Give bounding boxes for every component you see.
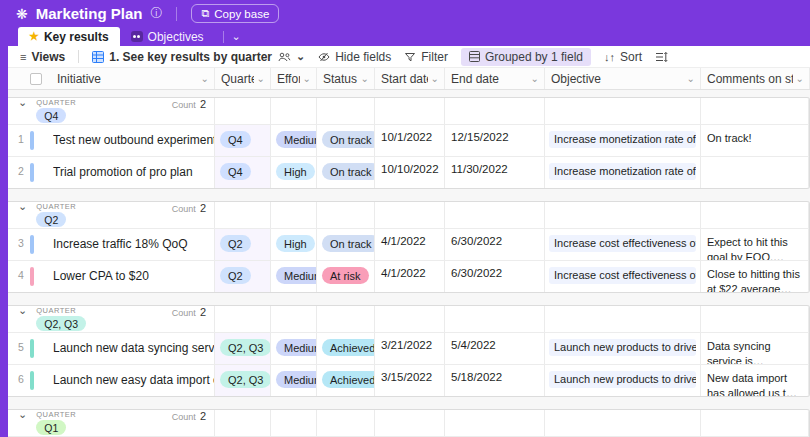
row-number[interactable]: 3 — [12, 235, 30, 249]
quarter-cell[interactable]: Q4 — [215, 125, 271, 156]
end-date-cell[interactable]: 11/30/2022 — [445, 157, 545, 188]
status-cell[interactable]: Achieved — [317, 333, 375, 364]
chevron-down-icon[interactable]: ⌄ — [531, 73, 539, 84]
objective-cell[interactable]: Increase cost effectiveness of paid mark… — [545, 229, 701, 260]
objective-linked-record[interactable]: Increase cost effectiveness of paid mark… — [549, 267, 696, 284]
initiative-cell[interactable]: 5Launch new data syncing service — [8, 333, 215, 364]
quarter-cell[interactable]: Q2 — [215, 229, 271, 260]
quarter-cell[interactable]: Q2, Q3 — [215, 333, 271, 364]
copy-base-button[interactable]: ⧉ Copy base — [191, 4, 279, 23]
group-button[interactable]: Grouped by 1 field — [461, 48, 591, 66]
end-date-cell[interactable]: 5/18/2022 — [445, 365, 545, 396]
objective-linked-record[interactable]: Increase monetization rate of new users … — [549, 131, 696, 148]
start-date-cell[interactable]: 10/10/2022 — [375, 157, 445, 188]
star-icon: ★ — [29, 30, 39, 43]
start-date-cell[interactable]: 4/1/2022 — [375, 261, 445, 292]
info-icon[interactable]: ⓘ — [150, 5, 162, 22]
status-cell[interactable]: Achieved — [317, 365, 375, 396]
start-date-cell[interactable]: 3/15/2022 — [375, 365, 445, 396]
status-cell[interactable]: At risk — [317, 261, 375, 292]
start-date-cell[interactable]: 4/1/2022 — [375, 229, 445, 260]
group-collapse-chevron-icon[interactable]: ⌄ — [18, 202, 27, 213]
column-header-comments-on-status[interactable]: Comments on status⌄ — [701, 68, 810, 89]
objective-cell[interactable]: Increase monetization rate of new users … — [545, 125, 701, 156]
group-header-cell[interactable]: ⌄QUARTERQ2, Q3Count2 — [8, 306, 215, 332]
quarter-cell[interactable]: Q4 — [215, 157, 271, 188]
base-icon[interactable]: ❋ — [16, 7, 28, 21]
effort-cell[interactable]: Medium — [271, 125, 317, 156]
effort-cell[interactable]: High — [271, 157, 317, 188]
quarter-cell[interactable]: Q2, Q3 — [215, 365, 271, 396]
tab-key-results[interactable]: ★ Key results — [18, 27, 120, 46]
comments-cell[interactable] — [701, 157, 809, 188]
row-height-button[interactable] — [655, 51, 668, 63]
effort-cell[interactable]: Medium — [271, 333, 317, 364]
objective-linked-record[interactable]: Increase cost effectiveness of paid mark… — [549, 235, 696, 252]
row-number[interactable]: 5 — [12, 339, 30, 353]
column-header-objective[interactable]: Objective⌄ — [545, 68, 701, 89]
group-collapse-chevron-icon[interactable]: ⌄ — [18, 410, 27, 421]
initiative-cell[interactable]: 6Launch new easy data import on mobile — [8, 365, 215, 396]
chevron-down-icon[interactable]: ⌄ — [257, 73, 265, 84]
status-cell[interactable]: On track — [317, 125, 375, 156]
group-header-cell[interactable]: ⌄QUARTERQ2Count2 — [8, 202, 215, 228]
comments-cell[interactable]: Expect to hit this goal by EOQ, currentl… — [701, 229, 809, 260]
end-date-cell[interactable]: 6/30/2022 — [445, 229, 545, 260]
chevron-down-icon[interactable]: ⌄ — [303, 73, 311, 84]
chevron-down-icon[interactable]: ⌄ — [431, 73, 439, 84]
comments-cell[interactable]: On track! — [701, 125, 809, 156]
initiative-cell[interactable]: 4Lower CPA to $20 — [8, 261, 215, 292]
chevron-down-icon[interactable]: ⌄ — [361, 73, 369, 84]
effort-cell[interactable]: Medium — [271, 365, 317, 396]
row-number[interactable]: 4 — [12, 267, 30, 281]
column-header-initiative[interactable]: Initiative⌄ — [8, 68, 215, 89]
column-header-status[interactable]: Status⌄ — [317, 68, 375, 89]
column-header-start-date[interactable]: Start date⌄ — [375, 68, 445, 89]
comments-cell[interactable]: Close to hitting this at $22 average CPA… — [701, 261, 809, 292]
column-header-effort[interactable]: Effort⌄ — [271, 68, 317, 89]
comments-cell[interactable]: Data syncing service is attributing a 13… — [701, 333, 809, 364]
objective-cell[interactable]: Increase cost effectiveness of paid mark… — [545, 261, 701, 292]
objective-linked-record[interactable]: Increase monetization rate of new users … — [549, 163, 696, 180]
chevron-down-icon[interactable]: ⌄ — [796, 73, 804, 84]
objective-linked-record[interactable]: Launch new products to drive increase in… — [549, 371, 696, 388]
row-number[interactable]: 6 — [12, 371, 30, 385]
end-date-cell[interactable]: 6/30/2022 — [445, 261, 545, 292]
row-number[interactable]: 1 — [12, 131, 30, 145]
objective-cell[interactable]: Increase monetization rate of new users … — [545, 157, 701, 188]
end-date-cell[interactable]: 5/4/2022 — [445, 333, 545, 364]
quarter-cell[interactable]: Q2 — [215, 261, 271, 292]
group-collapse-chevron-icon[interactable]: ⌄ — [18, 98, 27, 109]
group-header-cell[interactable]: ⌄QUARTERQ1Count2 — [8, 410, 215, 436]
column-header-quarter[interactable]: Quarter⌄ — [215, 68, 271, 89]
status-cell[interactable]: On track — [317, 229, 375, 260]
views-button[interactable]: ≡ Views — [20, 50, 65, 64]
group-collapse-chevron-icon[interactable]: ⌄ — [18, 306, 27, 317]
column-header-end-date[interactable]: End date⌄ — [445, 68, 545, 89]
chevron-down-icon[interactable]: ⌄ — [687, 73, 695, 84]
initiative-cell[interactable]: 2Trial promotion of pro plan — [8, 157, 215, 188]
start-date-cell[interactable]: 3/21/2022 — [375, 333, 445, 364]
initiative-cell[interactable]: 3Increase traffic 18% QoQ — [8, 229, 215, 260]
tab-objectives[interactable]: Objectives — [120, 27, 215, 46]
group-count-label: Count — [172, 308, 196, 318]
hide-fields-button[interactable]: Hide fields — [318, 50, 391, 64]
end-date-cell[interactable]: 12/15/2022 — [445, 125, 545, 156]
view-switcher-button[interactable]: 1. See key results by quarter ⌄ — [92, 50, 305, 64]
status-cell[interactable]: On track — [317, 157, 375, 188]
filter-button[interactable]: Filter — [404, 50, 448, 64]
tabs-chevron-down-icon[interactable]: ⌄ — [232, 30, 241, 43]
objective-cell[interactable]: Launch new products to drive increase in… — [545, 333, 701, 364]
start-date-cell[interactable]: 10/1/2022 — [375, 125, 445, 156]
sort-button[interactable]: ↓↑ Sort — [604, 50, 642, 64]
group-header-cell[interactable]: ⌄QUARTERQ4Count2 — [8, 98, 215, 124]
comments-cell[interactable]: New data import has allowed us to increa… — [701, 365, 809, 396]
chevron-down-icon[interactable]: ⌄ — [201, 73, 209, 84]
effort-cell[interactable]: Medium — [271, 261, 317, 292]
row-number[interactable]: 2 — [12, 163, 30, 177]
select-all-checkbox[interactable] — [30, 73, 42, 85]
effort-cell[interactable]: High — [271, 229, 317, 260]
initiative-cell[interactable]: 1Test new outbound experiments — [8, 125, 215, 156]
objective-cell[interactable]: Launch new products to drive increase in… — [545, 365, 701, 396]
objective-linked-record[interactable]: Launch new products to drive increase in… — [549, 339, 696, 356]
